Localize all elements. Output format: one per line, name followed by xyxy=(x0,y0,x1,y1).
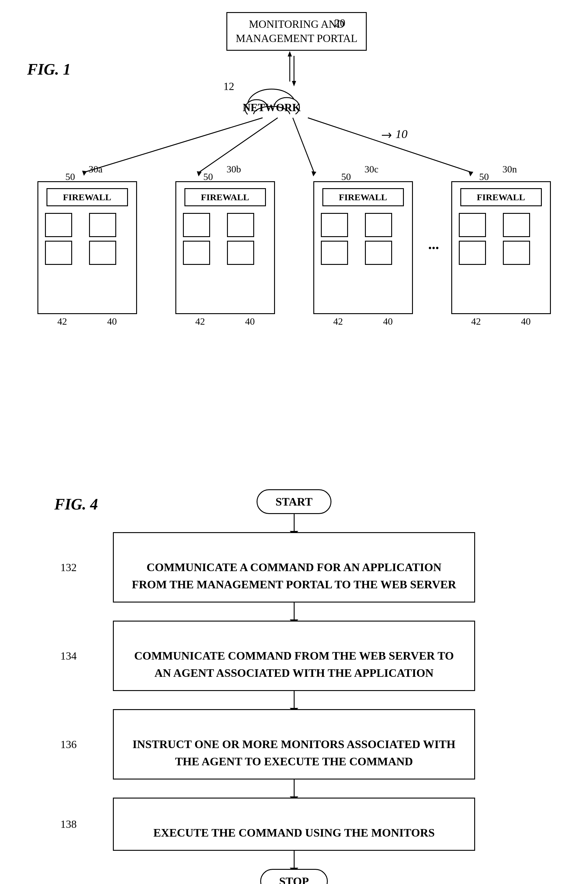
ref-12: 12 xyxy=(224,80,234,93)
monitor-sq xyxy=(321,241,348,265)
flow-box-132: COMMUNICATE A COMMAND FOR AN APPLICATION… xyxy=(113,532,475,603)
svg-marker-11 xyxy=(82,171,87,176)
monitors-grid-30b xyxy=(180,210,270,268)
start-step: START xyxy=(0,489,588,514)
server-30b: 30b 50 FIREWALL 42 40 xyxy=(176,181,275,327)
server-30n: 30n 50 FIREWALL 42 40 xyxy=(451,181,551,327)
firewall-30n: FIREWALL xyxy=(460,188,542,206)
svg-marker-17 xyxy=(468,171,473,176)
firewall-30b: FIREWALL xyxy=(184,188,266,206)
ref-30a: 30a xyxy=(89,164,103,175)
server-30a-refs: 42 40 xyxy=(38,316,137,327)
ref-40-c: 40 xyxy=(383,316,393,327)
server-30c-refs: 42 40 xyxy=(314,316,413,327)
flow-box-134: COMMUNICATE COMMAND FROM THE WEB SERVER … xyxy=(113,621,475,691)
svg-line-14 xyxy=(293,118,314,172)
ref-50-c: 50 xyxy=(341,171,351,182)
monitor-sq xyxy=(183,241,210,265)
svg-line-16 xyxy=(308,118,471,172)
monitor-sq xyxy=(89,241,116,265)
monitor-sq xyxy=(459,241,486,265)
monitor-sq xyxy=(365,241,392,265)
svg-point-4 xyxy=(248,89,296,122)
fig1-section: FIG. 1 MONITORING ANDMANAGEMENT PORTAL 2… xyxy=(0,0,588,423)
step-136: 136 INSTRUCT ONE OR MORE MONITORS ASSOCI… xyxy=(0,709,588,779)
arrow-3 xyxy=(294,779,295,798)
ref-20: 20 xyxy=(334,17,345,29)
ref-50-b: 50 xyxy=(204,171,213,182)
server-30n-refs: 42 40 xyxy=(451,316,551,327)
svg-marker-15 xyxy=(312,171,316,176)
monitor-sq xyxy=(45,213,72,237)
ref-10: 10 xyxy=(380,127,408,141)
svg-point-7 xyxy=(254,106,290,123)
monitor-sq xyxy=(183,213,210,237)
arrow-2 xyxy=(294,691,295,709)
ref-42-n: 42 xyxy=(471,316,481,327)
svg-point-5 xyxy=(245,100,268,118)
servers-row: 30a 50 FIREWALL 42 40 30b xyxy=(18,181,570,327)
fig4-container: FIG. 4 START 132 COMMUNICATE A COMMAND F… xyxy=(0,471,588,884)
monitor-sq xyxy=(503,241,530,265)
ref-50-a: 50 xyxy=(66,171,75,182)
arrow-1 xyxy=(294,603,295,621)
start-capsule: START xyxy=(256,489,332,514)
ref-138: 138 xyxy=(60,818,76,831)
ref-40-n: 40 xyxy=(521,316,531,327)
monitors-grid-30c xyxy=(318,210,408,268)
server-30a: 30a 50 FIREWALL 42 40 xyxy=(38,181,137,327)
mgmt-portal-box: MONITORING ANDMANAGEMENT PORTAL xyxy=(226,12,367,51)
ref-30n: 30n xyxy=(502,164,517,175)
ref-42-a: 42 xyxy=(57,316,67,327)
monitor-sq xyxy=(321,213,348,237)
ref-132: 132 xyxy=(60,561,76,574)
arrow-4 xyxy=(294,851,295,869)
ref-30b: 30b xyxy=(227,164,241,175)
step-138: 138 EXECUTE THE COMMAND USING THE MONITO… xyxy=(0,798,588,851)
svg-marker-13 xyxy=(197,171,202,176)
stop-capsule: STOP xyxy=(260,869,328,884)
firewall-30a: FIREWALL xyxy=(46,188,128,206)
ref-42-b: 42 xyxy=(195,316,205,327)
ref-42-c: 42 xyxy=(333,316,343,327)
monitor-sq xyxy=(227,241,254,265)
server-box-30a: 50 FIREWALL xyxy=(38,181,137,314)
server-box-30b: 50 FIREWALL xyxy=(176,181,275,314)
svg-point-6 xyxy=(274,98,299,117)
monitor-sq xyxy=(89,213,116,237)
monitors-grid-30a xyxy=(42,210,132,268)
ellipsis: ··· xyxy=(428,239,439,256)
monitor-sq xyxy=(503,213,530,237)
monitor-sq xyxy=(45,241,72,265)
stop-step: STOP xyxy=(0,869,588,884)
monitors-grid-30n xyxy=(456,210,546,268)
server-box-30n: 50 FIREWALL xyxy=(451,181,551,314)
ref-134: 134 xyxy=(60,649,76,662)
flow-box-138: EXECUTE THE COMMAND USING THE MONITORS xyxy=(113,798,475,851)
svg-text:NETWORK: NETWORK xyxy=(243,101,301,114)
ref-136: 136 xyxy=(60,738,76,751)
ref-30c: 30c xyxy=(364,164,378,175)
step-134: 134 COMMUNICATE COMMAND FROM THE WEB SER… xyxy=(0,621,588,691)
server-30b-refs: 42 40 xyxy=(176,316,275,327)
ref-40-b: 40 xyxy=(245,316,255,327)
ref-50-n: 50 xyxy=(479,171,489,182)
monitor-sq xyxy=(459,213,486,237)
ref-40-a: 40 xyxy=(107,316,117,327)
server-30c: 30c 50 FIREWALL ··· 42 40 xyxy=(314,181,413,327)
flow-box-136: INSTRUCT ONE OR MORE MONITORS ASSOCIATED… xyxy=(113,709,475,779)
svg-marker-1 xyxy=(292,81,296,86)
fig4-section: FIG. 4 START 132 COMMUNICATE A COMMAND F… xyxy=(0,447,588,884)
monitor-sq xyxy=(227,213,254,237)
monitor-sq xyxy=(365,213,392,237)
firewall-30c: FIREWALL xyxy=(322,188,404,206)
svg-marker-3 xyxy=(288,51,292,57)
fig1-label: FIG. 1 xyxy=(27,60,70,78)
svg-rect-8 xyxy=(248,114,296,126)
arrow-0 xyxy=(294,514,295,532)
step-132: 132 COMMUNICATE A COMMAND FOR AN APPLICA… xyxy=(0,532,588,603)
flowchart: START 132 COMMUNICATE A COMMAND FOR AN A… xyxy=(0,471,588,884)
server-box-30c: 50 FIREWALL ··· xyxy=(314,181,413,314)
